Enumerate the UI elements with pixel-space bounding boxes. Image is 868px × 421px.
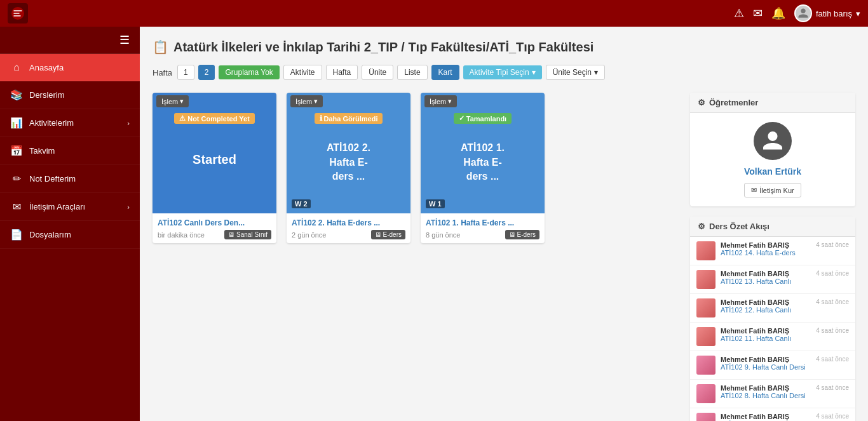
akis-avatar-4 bbox=[696, 356, 715, 375]
sanal-label: Sanal Sınıf bbox=[236, 231, 268, 238]
akis-avatar-5 bbox=[696, 384, 715, 403]
akis-activity-3: ATİ102 11. Hafta Canlı bbox=[721, 335, 808, 342]
teacher-body: Volkan Ertürk ✉ İletişim Kur bbox=[690, 113, 855, 206]
menu-toggle-icon[interactable]: ☰ bbox=[119, 33, 130, 47]
hafta-view-button[interactable]: Hafta bbox=[326, 65, 358, 80]
user-avatar bbox=[794, 4, 812, 22]
card-title-3[interactable]: ATİ102 1. Hafta E-ders ... bbox=[426, 218, 539, 227]
sidebar-item-not-defterim[interactable]: ✏ Not Defterim bbox=[0, 165, 140, 193]
islem-button-3[interactable]: İşlem ▾ bbox=[424, 95, 457, 107]
user-menu[interactable]: fatih barış ▾ bbox=[794, 4, 860, 22]
toolbar: Hafta 1 2 Gruplama Yok Aktivite Hafta Ün… bbox=[153, 65, 855, 80]
file-icon: 📄 bbox=[10, 229, 23, 241]
alert-icon[interactable]: ⚠ bbox=[734, 6, 744, 20]
islem-chevron-3: ▾ bbox=[448, 97, 452, 105]
not-completed-badge: ⚠ Not Completed Yet bbox=[174, 113, 255, 124]
sidebar-label-takvim: Takvim bbox=[29, 146, 55, 156]
right-panel: ⚙ Öğretmenler Volkan Ertürk ✉ İletişim K… bbox=[690, 93, 855, 421]
akis-activity-0: ATİ102 14. Hafta E-ders bbox=[721, 249, 808, 257]
card-title-1[interactable]: ATİ102 Canlı Ders Den... bbox=[158, 218, 271, 227]
week-1-button[interactable]: 1 bbox=[177, 65, 194, 80]
sidebar-item-derslerim[interactable]: 📚 Derslerim bbox=[0, 81, 140, 109]
akis-time-2: 4 saat önce bbox=[813, 298, 849, 305]
card-status-1: ⚠ Not Completed Yet bbox=[153, 113, 276, 124]
card-action-area-3: İşlem ▾ bbox=[424, 95, 457, 107]
more-seen-badge: ℹ Daha Görülmedi bbox=[315, 113, 383, 124]
unite-button[interactable]: Ünite bbox=[362, 65, 393, 80]
iletisim-icon: ✉ bbox=[751, 186, 757, 194]
sidebar-label-derslerim: Derslerim bbox=[29, 90, 65, 100]
sidebar-item-takvim[interactable]: 📅 Takvim bbox=[0, 137, 140, 165]
sidebar-item-dosyalarim[interactable]: 📄 Dosyalarım bbox=[0, 221, 140, 249]
akis-user-3: Mehmet Fatih BARIŞ bbox=[721, 327, 808, 335]
akis-time-5: 4 saat önce bbox=[813, 384, 849, 391]
card-type-2: 🖥 E-ders bbox=[371, 230, 405, 239]
akis-content-2: Mehmet Fatih BARIŞ ATİ102 12. Hafta Canl… bbox=[721, 298, 808, 314]
site-logo[interactable] bbox=[8, 3, 28, 23]
aktivite-button[interactable]: Aktivite bbox=[283, 65, 322, 80]
sidebar-item-iletisim[interactable]: ✉ İletişim Araçları › bbox=[0, 193, 140, 221]
liste-button[interactable]: Liste bbox=[397, 65, 427, 80]
sidebar-item-aktivitelerim[interactable]: 📊 Aktivitelerim › bbox=[0, 109, 140, 137]
teachers-title: Öğretmenler bbox=[709, 98, 758, 107]
akis-header: ⚙ Ders Özet Akışı bbox=[690, 217, 855, 237]
akis-item-0[interactable]: Mehmet Fatih BARIŞ ATİ102 14. Hafta E-de… bbox=[690, 237, 855, 265]
akis-item-2[interactable]: Mehmet Fatih BARIŞ ATİ102 12. Hafta Canl… bbox=[690, 294, 855, 323]
akis-time-3: 4 saat önce bbox=[813, 327, 849, 334]
akis-panel: ⚙ Ders Özet Akışı Mehmet Fatih BARIŞ ATİ… bbox=[690, 217, 855, 421]
mail-side-icon: ✉ bbox=[10, 201, 23, 213]
eders-label-3: E-ders bbox=[517, 231, 536, 238]
cards-grid: İşlem ▾ ⚠ Not Completed Yet Started AT bbox=[153, 93, 677, 243]
akis-content-4: Mehmet Fatih BARIŞ ATİ102 9. Hafta Canlı… bbox=[721, 356, 808, 371]
card-overlay-text-3: ATİ102 1.Hafta E-ders ... bbox=[454, 135, 511, 190]
hafta-label: Hafta bbox=[153, 68, 172, 77]
home-icon: ⌂ bbox=[10, 62, 23, 73]
activity-card-2: İşlem ▾ ℹ Daha Görülmedi ATİ102 2.Hafta … bbox=[287, 93, 410, 243]
akis-user-2: Mehmet Fatih BARIŞ bbox=[721, 298, 808, 306]
mail-icon[interactable]: ✉ bbox=[753, 6, 763, 20]
card-time-3: 8 gün önce bbox=[426, 231, 460, 239]
card-title-2[interactable]: ATİ102 2. Hafta E-ders ... bbox=[292, 218, 405, 227]
completed-label: Tamamlandı bbox=[466, 115, 506, 123]
islem-button-2[interactable]: İşlem ▾ bbox=[290, 95, 323, 107]
card-overlay-text-2: ATİ102 2.Hafta E-ders ... bbox=[320, 135, 377, 190]
sidebar-header: ☰ bbox=[0, 27, 140, 54]
akis-item-5[interactable]: Mehmet Fatih BARIŞ ATİ102 8. Hafta Canlı… bbox=[690, 380, 855, 408]
akis-avatar-0 bbox=[696, 241, 715, 260]
akis-time-4: 4 saat önce bbox=[813, 356, 849, 363]
unite-sec-dropdown[interactable]: Ünite Seçin ▾ bbox=[546, 65, 605, 80]
kart-button[interactable]: Kart bbox=[431, 65, 459, 80]
akis-avatar-1 bbox=[696, 270, 715, 289]
akis-content-3: Mehmet Fatih BARIŞ ATİ102 11. Hafta Canl… bbox=[721, 327, 808, 342]
card-status-2: ℹ Daha Görülmedi bbox=[287, 113, 410, 124]
akis-time-1: 4 saat önce bbox=[813, 270, 849, 277]
eders-icon-3: 🖥 bbox=[509, 231, 515, 238]
card-type-3: 🖥 E-ders bbox=[505, 230, 539, 239]
books-icon: 📚 bbox=[10, 89, 23, 101]
card-status-3: ✓ Tamamlandı bbox=[421, 113, 545, 124]
gruplama-button[interactable]: Gruplama Yok bbox=[219, 65, 279, 79]
teacher-name[interactable]: Volkan Ertürk bbox=[744, 166, 801, 177]
akis-avatar-6 bbox=[696, 413, 715, 421]
akis-item-4[interactable]: Mehmet Fatih BARIŞ ATİ102 9. Hafta Canlı… bbox=[690, 351, 855, 380]
sidebar-item-anasayfa[interactable]: ⌂ Anasayfa bbox=[0, 54, 140, 81]
akis-item-1[interactable]: Mehmet Fatih BARIŞ ATİ102 13. Hafta Canl… bbox=[690, 265, 855, 294]
card-time-2: 2 gün önce bbox=[292, 231, 326, 239]
card-body-3: ATİ102 1. Hafta E-ders ... 8 gün önce 🖥 … bbox=[421, 213, 545, 243]
sidebar-label-anasayfa: Anasayfa bbox=[29, 63, 64, 72]
aktivite-tipi-chevron: ▾ bbox=[532, 68, 536, 77]
page-title-icon: 📋 bbox=[153, 39, 168, 55]
cards-section: İşlem ▾ ⚠ Not Completed Yet Started AT bbox=[153, 93, 677, 421]
islem-button-1[interactable]: İşlem ▾ bbox=[156, 95, 189, 107]
aktivite-tipi-dropdown[interactable]: Aktivite Tipi Seçin ▾ bbox=[463, 65, 542, 79]
card-image-3: İşlem ▾ ✓ Tamamlandı ATİ102 1.Hafta E-de… bbox=[421, 93, 545, 213]
iletisim-kur-button[interactable]: ✉ İletişim Kur bbox=[744, 183, 801, 197]
main-content: 📋 Atatürk İlkeleri ve İnkılap Tarihi 2_T… bbox=[140, 27, 868, 421]
check-icon: ✓ bbox=[459, 114, 465, 123]
week-2-button[interactable]: 2 bbox=[198, 65, 215, 80]
akis-item-6[interactable]: Mehmet Fatih BARIŞ ATİ102 7. Hafta Canlı… bbox=[690, 408, 855, 421]
user-name: fatih barış bbox=[816, 9, 852, 18]
akis-item-3[interactable]: Mehmet Fatih BARIŞ ATİ102 11. Hafta Canl… bbox=[690, 323, 855, 351]
notification-icon[interactable]: 🔔 bbox=[771, 6, 785, 20]
sanal-icon: 🖥 bbox=[228, 231, 234, 238]
